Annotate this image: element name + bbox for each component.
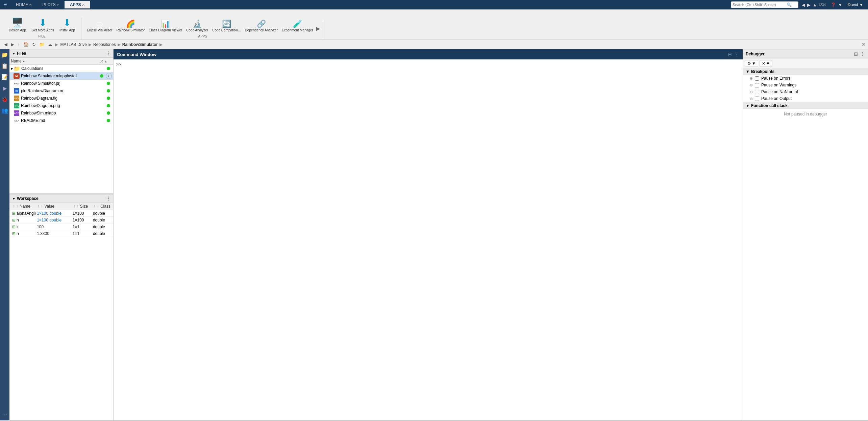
ws-col-value[interactable]: ⋮⋮ Value <box>35 204 71 209</box>
bp-pause-nan[interactable]: ⊖ Pause on NaN or Inf <box>743 88 868 95</box>
debugger-title: Debugger <box>746 52 765 56</box>
cmd-expand-icon[interactable]: ⊟ <box>727 51 733 58</box>
workspace-panel: ▼ Workspace ⋮ ⋮⋮ Name ⋮⋮ Value ⋮⋮ Size <box>9 194 113 420</box>
tab-plots[interactable]: PLOTS P <box>37 1 65 8</box>
file-row-md[interactable]: MD README.md <box>9 117 113 124</box>
files-panel-header: ▼ Files ⋮ <box>9 49 113 58</box>
dbg-clear-button[interactable]: ✕ ▼ <box>760 60 772 67</box>
code-compatibility-button[interactable]: 🔄 Code Compatibili... <box>211 20 242 33</box>
ws-row-h[interactable]: ⊞ h 1×100 double 1×100 double <box>9 217 113 223</box>
function-call-stack-section: ▼ Function call stack Not paused in debu… <box>743 102 868 420</box>
bp-pause-output[interactable]: ⊖ Pause on Output <box>743 95 868 102</box>
info-button-mlappinstall[interactable]: ℹ <box>106 73 112 79</box>
ws-col-name[interactable]: ⋮⋮ Name <box>11 204 35 209</box>
get-more-apps-button[interactable]: ⬇ Get More Apps <box>29 18 56 33</box>
help-icon[interactable]: ❓ <box>830 2 837 8</box>
files-collapse-arrow[interactable]: ▼ <box>12 52 16 55</box>
ws-var-size-h: 1×100 <box>73 218 84 222</box>
bp-label-nan: Pause on NaN or Inf <box>761 89 798 94</box>
rainbow-simulator-button[interactable]: 🌈 Rainbow Simulator <box>115 20 146 33</box>
function-call-stack-header[interactable]: ▼ Function call stack <box>743 102 868 109</box>
file-row-m[interactable]: m plotRainbowDiagram.m <box>9 87 113 95</box>
nav-home-button[interactable]: 🏠 <box>22 41 30 48</box>
code-analyzer-button[interactable]: 🔬 Code Analyzer <box>185 20 209 33</box>
path-matlab-drive[interactable]: MATLAB Drive <box>59 42 88 47</box>
workspace-panel-menu[interactable]: ⋮ <box>106 196 110 201</box>
bp-pause-errors[interactable]: ⊖ Pause on Errors <box>743 75 868 82</box>
bp-checkbox-warnings[interactable] <box>755 83 759 87</box>
ws-cell-value-alphaAngle[interactable]: 1×100 double <box>35 211 71 216</box>
dbg-menu-icon[interactable]: ⋮ <box>859 51 865 57</box>
dbg-settings-button[interactable]: ⚙ ▼ <box>745 60 758 67</box>
hamburger-menu[interactable]: ☰ <box>0 1 10 8</box>
nav-back-button[interactable]: ◀ <box>3 41 9 48</box>
ws-row-n[interactable]: ⊞ n 1.3300 1×1 double <box>9 230 113 237</box>
sidebar-people-icon[interactable]: 👥 <box>0 106 9 115</box>
settings-icon[interactable]: ▼ <box>837 2 843 8</box>
file-status-m <box>105 89 112 93</box>
user-menu[interactable]: David ▼ <box>846 2 865 8</box>
nav-browse-button[interactable]: 📁 <box>38 41 46 48</box>
search-box[interactable]: 🔍 <box>731 1 798 8</box>
dbg-expand-icon[interactable]: ⊟ <box>853 51 859 57</box>
file-row-calculations[interactable]: ▶ 📁 Calculations <box>9 65 113 72</box>
sidebar-more-icon[interactable]: ⋯ <box>1 411 8 419</box>
files-col-name[interactable]: Name ▲ <box>11 59 95 63</box>
workspace-collapse-arrow[interactable]: ▼ <box>12 197 16 201</box>
bp-checkbox-output[interactable] <box>755 97 759 101</box>
fig-icon: FIG <box>14 95 20 101</box>
sidebar-editor-icon[interactable]: 📝 <box>0 73 9 81</box>
tab-home[interactable]: HOME H <box>10 1 37 8</box>
experiment-manager-button[interactable]: 🧪 Experiment Manager <box>280 20 315 33</box>
file-row-mlapp[interactable]: APP RainbowSim.mlapp <box>9 109 113 117</box>
dependency-analyzer-button[interactable]: 🔗 Dependency Analyzer <box>244 20 279 33</box>
file-row-fig[interactable]: FIG RainbowDiagram.fig <box>9 95 113 102</box>
ellipse-visualizer-button[interactable]: ⬭ Ellipse Visualizer <box>85 20 114 33</box>
class-diagram-viewer-button[interactable]: 📊 Class Diagram Viewer <box>147 20 183 33</box>
path-current[interactable]: RainbowSimulator <box>121 42 159 47</box>
install-app-button[interactable]: ⬇ Install App <box>57 18 77 33</box>
sidebar-workspace-icon[interactable]: 📋 <box>0 62 9 70</box>
nav-forward-button[interactable]: ▶ <box>9 41 16 48</box>
breakpoints-header[interactable]: ▼ Breakpoints <box>743 68 868 75</box>
bp-checkbox-nan[interactable] <box>755 90 759 94</box>
files-panel-menu[interactable]: ⋮ <box>106 51 110 56</box>
bp-minus-warnings: ⊖ <box>750 83 753 87</box>
png-icon: PNG <box>14 103 20 109</box>
code-compatibility-label: Code Compatibili... <box>212 28 241 32</box>
ws-row-alphaAngle[interactable]: ⊞ alphaAngle 1×100 double 1×100 double <box>9 210 113 217</box>
search-input[interactable] <box>733 3 787 7</box>
sidebar-run-icon[interactable]: ▶ <box>2 84 8 93</box>
nav-up-button[interactable]: ↑ <box>16 41 21 48</box>
address-expand-icon[interactable]: ⊠ <box>862 42 865 47</box>
nav-forward-icon[interactable]: ▶ <box>807 2 811 8</box>
get-more-apps-label: Get More Apps <box>31 28 54 32</box>
file-row-prj[interactable]: PRJ Rainbow Simulator.prj <box>9 80 113 87</box>
bp-label-output: Pause on Output <box>761 96 792 101</box>
command-body[interactable]: >> <box>114 59 743 420</box>
sidebar-debug-icon[interactable]: 🐞 <box>0 95 9 104</box>
nav-back-icon[interactable]: ◀ <box>801 2 806 8</box>
bp-pause-warnings[interactable]: ⊖ Pause on Warnings <box>743 82 868 88</box>
ws-cell-value-h[interactable]: 1×100 double <box>35 218 71 222</box>
apps-group: ⬭ Ellipse Visualizer 🌈 Rainbow Simulator… <box>81 20 324 40</box>
design-app-label: Design App <box>9 28 26 32</box>
nav-up-icon[interactable]: ▲ <box>812 2 818 8</box>
nav-cloud-button[interactable]: ☁ <box>47 41 54 48</box>
tab-apps-label: APPS <box>70 2 81 7</box>
file-row-mlappinstall[interactable]: M Rainbow Simulator.mlappinstall ℹ <box>9 72 113 80</box>
tab-apps[interactable]: APPS A <box>65 1 90 8</box>
ws-col-class[interactable]: ⋮⋮ Class <box>92 204 112 209</box>
design-app-button[interactable]: 🖥️ Design App <box>7 18 28 33</box>
debugger-panel: Debugger ⊟ ⋮ ⚙ ▼ ✕ ▼ ▼ Breakpoints ⊖ <box>743 49 868 420</box>
search-icon[interactable]: 🔍 <box>787 2 792 7</box>
sidebar-current-folder-icon[interactable]: 📁 <box>0 51 9 59</box>
more-apps-chevron[interactable]: ▶ <box>316 25 320 33</box>
file-row-png[interactable]: PNG RainbowDiagram.png <box>9 102 113 109</box>
bp-checkbox-errors[interactable] <box>755 76 759 81</box>
ws-col-size[interactable]: ⋮⋮ Size <box>71 204 92 209</box>
ws-row-k[interactable]: ⊞ k 100 1×1 double <box>9 223 113 230</box>
nav-refresh-button[interactable]: ↻ <box>31 41 37 48</box>
cmd-menu-icon[interactable]: ⋮ <box>733 51 739 58</box>
path-repositories[interactable]: Repositories <box>92 42 117 47</box>
